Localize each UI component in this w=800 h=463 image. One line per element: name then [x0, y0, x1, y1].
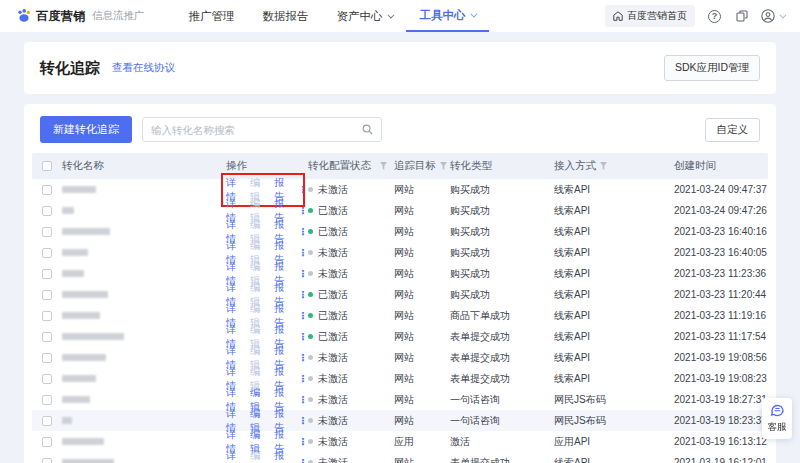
- nav-item-推广管理[interactable]: 推广管理: [175, 0, 249, 32]
- help-icon[interactable]: ?: [707, 9, 722, 24]
- row-checkbox[interactable]: [42, 437, 52, 447]
- row-checkbox[interactable]: [42, 185, 52, 195]
- conversion-name-mask: [62, 249, 88, 256]
- type-label: 一句话咨询: [450, 393, 554, 407]
- nav-item-数据报告[interactable]: 数据报告: [249, 0, 323, 32]
- conversion-name-mask: [62, 228, 110, 235]
- column-label: 转化配置状态: [308, 159, 371, 173]
- target-label: 应用: [394, 435, 450, 449]
- action-report-link[interactable]: 报告: [274, 449, 293, 463]
- agreement-link[interactable]: 查看在线协议: [112, 61, 175, 75]
- created-label: 2021-03-23 11:20:44: [674, 289, 768, 300]
- action-more-icon[interactable]: ⋮: [298, 331, 308, 342]
- conversion-name-mask: [62, 291, 108, 298]
- status-label: 未激活: [318, 435, 348, 449]
- status-dot: [308, 376, 313, 381]
- row-checkbox[interactable]: [42, 227, 52, 237]
- created-label: 2021-03-23 11:23:36: [674, 268, 768, 279]
- search-input[interactable]: [143, 124, 362, 136]
- row-checkbox[interactable]: [42, 248, 52, 258]
- conversion-name-mask: [62, 312, 100, 319]
- table-header: 转化名称操作转化配置状态追踪目标转化类型接入方式创建时间: [32, 153, 768, 179]
- target-label: 网站: [394, 267, 450, 281]
- status-dot: [308, 208, 313, 213]
- action-more-icon[interactable]: ⋮: [298, 310, 308, 321]
- row-checkbox[interactable]: [42, 311, 52, 321]
- conversion-name-mask: [62, 396, 90, 403]
- row-checkbox[interactable]: [42, 374, 52, 384]
- user-menu[interactable]: [761, 9, 784, 23]
- created-label: 2021-03-19 16:13:12: [674, 436, 768, 447]
- select-all-checkbox[interactable]: [42, 161, 52, 171]
- action-detail-link[interactable]: 详情: [226, 449, 245, 463]
- brand-logo[interactable]: 百度营销 信息流推广: [16, 8, 145, 25]
- row-checkbox[interactable]: [42, 290, 52, 300]
- target-label: 网站: [394, 351, 450, 365]
- table-row: 详情 编辑 报告 ⋮ 未激活 网站 购买成功 线索API 2021-03-23 …: [32, 263, 768, 284]
- status-dot: [308, 439, 313, 444]
- filter-icon[interactable]: [380, 162, 387, 170]
- action-more-icon[interactable]: ⋮: [298, 289, 308, 300]
- filter-icon[interactable]: [440, 162, 447, 170]
- action-edit-link[interactable]: 编辑: [250, 449, 269, 463]
- row-checkbox[interactable]: [42, 395, 52, 405]
- conversion-name-mask: [62, 417, 72, 424]
- access-label: 网民JS布码: [554, 414, 674, 428]
- type-label: 表单提交成功: [450, 330, 554, 344]
- status-dot: [308, 397, 313, 402]
- action-more-icon[interactable]: ⋮: [298, 352, 308, 363]
- table-row: 详情 编辑 报告 ⋮ 已激活 网站 购买成功 线索API 2021-03-24 …: [32, 200, 768, 221]
- access-label: 线索API: [554, 246, 674, 260]
- table-row: 详情 编辑 报告 ⋮ 未激活 网站 购买成功 线索API 2021-03-24 …: [32, 179, 768, 200]
- customer-service-widget[interactable]: 客服: [762, 398, 792, 439]
- copy-icon[interactable]: [734, 9, 749, 24]
- row-checkbox[interactable]: [42, 206, 52, 216]
- search-icon[interactable]: [362, 124, 373, 135]
- row-checkbox[interactable]: [42, 269, 52, 279]
- created-label: 2021-03-23 16:40:05: [674, 247, 768, 258]
- action-more-icon[interactable]: ⋮: [298, 268, 308, 279]
- access-label: 应用API: [554, 435, 674, 449]
- brand-subtitle: 信息流推广: [92, 9, 145, 23]
- column-label: 追踪目标: [394, 159, 436, 173]
- action-more-icon[interactable]: ⋮: [298, 247, 308, 258]
- filter-icon[interactable]: [600, 162, 607, 170]
- paw-icon: [16, 9, 32, 23]
- action-more-icon[interactable]: ⋮: [298, 373, 308, 384]
- conversion-name-mask: [62, 354, 106, 361]
- target-label: 网站: [394, 204, 450, 218]
- created-label: 2021-03-23 11:19:16: [674, 310, 768, 321]
- customize-button[interactable]: 自定义: [705, 118, 761, 142]
- sdk-id-button[interactable]: SDK应用ID管理: [664, 55, 760, 81]
- action-more-icon[interactable]: ⋮: [298, 457, 308, 463]
- access-label: 线索API: [554, 183, 674, 197]
- action-more-icon[interactable]: ⋮: [298, 394, 308, 405]
- row-checkbox[interactable]: [42, 332, 52, 342]
- access-label: 线索API: [554, 372, 674, 386]
- created-label: 2021-03-24 09:47:26: [674, 205, 768, 216]
- action-more-icon[interactable]: ⋮: [298, 205, 308, 216]
- status-label: 已激活: [318, 204, 348, 218]
- type-label: 购买成功: [450, 288, 554, 302]
- row-checkbox[interactable]: [42, 458, 52, 463]
- status-dot: [308, 229, 313, 234]
- home-button[interactable]: 百度营销首页: [605, 5, 695, 27]
- action-more-icon[interactable]: ⋮: [298, 184, 308, 195]
- row-checkbox[interactable]: [42, 416, 52, 426]
- page-body: 转化追踪 查看在线协议 SDK应用ID管理 新建转化追踪 自定义 转化名称操作转…: [0, 32, 800, 463]
- target-label: 网站: [394, 393, 450, 407]
- conversion-name-mask: [62, 375, 96, 382]
- nav-item-资产中心[interactable]: 资产中心: [323, 0, 406, 32]
- status-label: 未激活: [318, 267, 348, 281]
- target-label: 网站: [394, 309, 450, 323]
- action-more-icon[interactable]: ⋮: [298, 436, 308, 447]
- access-label: 线索API: [554, 309, 674, 323]
- new-conversion-button[interactable]: 新建转化追踪: [40, 116, 132, 143]
- nav-item-工具中心[interactable]: 工具中心: [406, 0, 489, 32]
- type-label: 激活: [450, 435, 554, 449]
- status-label: 已激活: [318, 309, 348, 323]
- row-checkbox[interactable]: [42, 353, 52, 363]
- main-nav: 推广管理数据报告资产中心工具中心: [175, 0, 489, 32]
- action-more-icon[interactable]: ⋮: [298, 226, 308, 237]
- action-more-icon[interactable]: ⋮: [298, 415, 308, 426]
